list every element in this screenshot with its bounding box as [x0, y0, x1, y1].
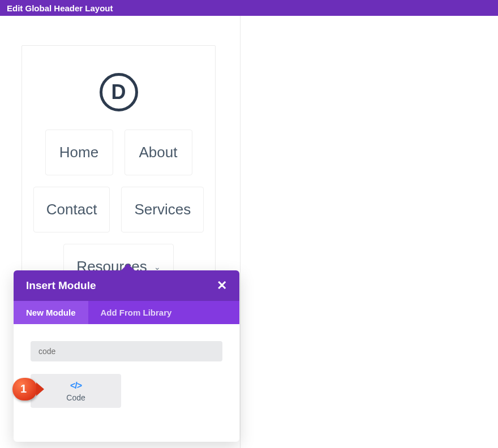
tab-add-from-library[interactable]: Add From Library: [88, 301, 184, 324]
close-icon[interactable]: ✕: [217, 279, 227, 292]
module-search-input[interactable]: [31, 341, 222, 361]
modal-header: Insert Module ✕: [14, 270, 239, 301]
modal-body: </> Code: [14, 324, 239, 442]
module-result-code[interactable]: </> Code: [31, 374, 121, 408]
logo-letter: D: [111, 80, 126, 104]
tab-label: Add From Library: [101, 308, 172, 317]
code-icon: </>: [35, 381, 117, 391]
nav-label: Home: [59, 144, 98, 161]
nav-label: Contact: [46, 201, 97, 218]
top-bar: Edit Global Header Layout: [0, 0, 498, 16]
annotation-marker-1: 1: [12, 378, 37, 400]
insert-module-modal: Insert Module ✕ New Module Add From Libr…: [14, 270, 239, 442]
modal-title: Insert Module: [26, 279, 96, 292]
top-bar-title: Edit Global Header Layout: [7, 3, 113, 13]
tab-label: New Module: [26, 308, 76, 317]
site-logo[interactable]: D: [100, 73, 138, 111]
modal-tabs: New Module Add From Library: [14, 301, 239, 324]
nav-item-about[interactable]: About: [124, 130, 192, 175]
annotation-number: 1: [20, 382, 27, 395]
module-result-label: Code: [35, 393, 117, 402]
nav-item-home[interactable]: Home: [45, 130, 113, 175]
nav-label: About: [139, 144, 178, 161]
tab-new-module[interactable]: New Module: [14, 301, 88, 324]
nav-label: Services: [134, 201, 191, 218]
canvas: D Home About Contact Services Resources …: [0, 16, 498, 448]
nav-item-services[interactable]: Services: [121, 187, 204, 232]
nav-item-contact[interactable]: Contact: [33, 187, 110, 232]
header-box: D Home About Contact Services Resources …: [22, 45, 216, 304]
